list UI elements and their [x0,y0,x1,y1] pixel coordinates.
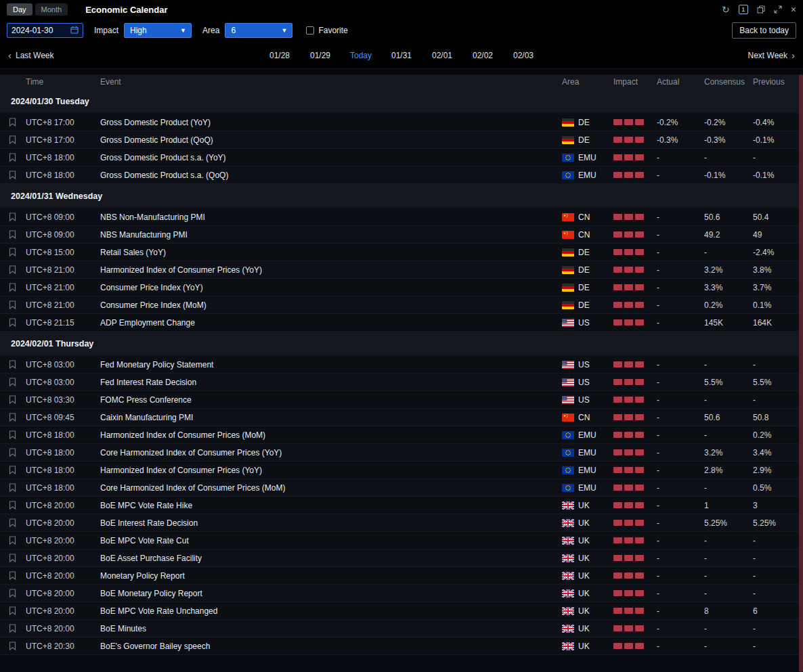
event-name[interactable]: FOMC Press Conference [99,395,561,405]
event-name[interactable]: BoE MPC Vote Rate Unchanged [99,606,561,616]
event-name[interactable]: Consumer Price Index (YoY) [99,283,561,292]
event-name[interactable]: Gross Domestic Product (QoQ) [99,135,561,145]
bookmark-icon[interactable] [0,283,24,292]
event-name[interactable]: Gross Domestic Product s.a. (YoY) [99,153,561,162]
bookmark-icon[interactable] [0,518,24,527]
weeknav-day-0129[interactable]: 01/29 [309,51,332,60]
event-name[interactable]: Harmonized Index of Consumer Prices (YoY… [99,466,561,475]
bookmark-icon[interactable] [0,153,24,162]
weeknav-day-0202[interactable]: 02/02 [471,51,494,60]
expand-icon[interactable] [774,5,782,14]
event-name[interactable]: NBS Manufacturing PMI [99,230,561,240]
event-name[interactable]: BoE Interest Rate Decision [99,518,561,528]
event-name[interactable]: Retail Sales (YoY) [99,248,561,257]
bookmark-icon[interactable] [0,606,24,615]
bookmark-icon[interactable] [0,624,24,633]
bookmark-icon[interactable] [0,642,24,650]
date-picker[interactable]: 2024-01-30 [7,23,83,38]
event-name[interactable]: Fed Interest Rate Decision [99,378,561,387]
tab-month[interactable]: Month [35,3,68,16]
area-select[interactable]: 6 ▼ [225,23,292,38]
bookmark-icon[interactable] [0,230,24,239]
bookmark-icon[interactable] [0,318,24,327]
event-name[interactable]: Caixin Manufacturing PMI [99,413,561,422]
bookmark-icon[interactable] [0,413,24,422]
vertical-scrollbar[interactable] [799,74,803,672]
bookmark-icon[interactable] [0,466,24,474]
bookmark-icon[interactable] [0,448,24,457]
event-name[interactable]: ADP Employment Change [99,318,561,328]
weeknav-day-0201[interactable]: 02/01 [431,51,454,60]
event-row[interactable]: UTC+8 21:15ADP Employment ChangeUS-145K1… [0,314,803,332]
event-row[interactable]: UTC+8 18:00Core Harmonized Index of Cons… [0,479,803,497]
event-row[interactable]: UTC+8 20:30BoE's Governor Bailey speechU… [0,637,803,655]
event-name[interactable]: BoE MPC Vote Rate Cut [99,536,561,545]
event-row[interactable]: UTC+8 03:00Fed Interest Rate DecisionUS-… [0,374,803,391]
event-row[interactable]: UTC+8 20:00Monetary Policy ReportUK--- [0,567,803,585]
bookmark-icon[interactable] [0,118,24,127]
weeknav-day-0203[interactable]: 02/03 [512,51,535,60]
event-row[interactable]: UTC+8 17:00Gross Domestic Product (QoQ)D… [0,131,803,149]
event-name[interactable]: Core Harmonized Index of Consumer Prices… [99,483,561,493]
bookmark-icon[interactable] [0,501,24,510]
layout-count-badge[interactable]: 1 [739,5,748,14]
event-row[interactable]: UTC+8 03:30FOMC Press ConferenceUS--- [0,391,803,409]
bookmark-icon[interactable] [0,135,24,144]
close-icon[interactable]: × [791,5,796,14]
event-name[interactable]: Harmonized Index of Consumer Prices (YoY… [99,265,561,275]
event-row[interactable]: UTC+8 18:00Core Harmonized Index of Cons… [0,444,803,462]
back-to-today-button[interactable]: Back to today [732,22,796,39]
event-row[interactable]: UTC+8 18:00Harmonized Index of Consumer … [0,462,803,479]
event-row[interactable]: UTC+8 20:00BoE MPC Vote Rate UnchangedUK… [0,602,803,620]
refresh-icon[interactable]: ↻ [722,5,730,14]
bookmark-icon[interactable] [0,554,24,562]
weeknav-day-0128[interactable]: 01/28 [268,51,291,60]
next-week-button[interactable]: Next Week › [748,49,795,61]
bookmark-icon[interactable] [0,395,24,404]
event-row[interactable]: UTC+8 18:00Gross Domestic Product s.a. (… [0,149,803,166]
favorite-checkbox[interactable] [306,26,314,35]
event-row[interactable]: UTC+8 09:00NBS Manufacturing PMICN-49.24… [0,226,803,244]
event-row[interactable]: UTC+8 20:00BoE Asset Purchase FacilityUK… [0,550,803,567]
bookmark-icon[interactable] [0,360,24,369]
event-row[interactable]: UTC+8 21:00Consumer Price Index (YoY)DE-… [0,279,803,296]
event-row[interactable]: UTC+8 20:00BoE Interest Rate DecisionUK-… [0,514,803,532]
weeknav-day-today[interactable]: Today [349,51,372,60]
event-name[interactable]: Consumer Price Index (MoM) [99,300,561,310]
event-row[interactable]: UTC+8 20:00BoE MPC Vote Rate HikeUK-13 [0,497,803,514]
event-name[interactable]: Gross Domestic Product (YoY) [99,118,561,127]
event-name[interactable]: BoE Asset Purchase Facility [99,554,561,563]
event-name[interactable]: Core Harmonized Index of Consumer Prices… [99,448,561,457]
event-name[interactable]: Monetary Policy Report [99,571,561,581]
bookmark-icon[interactable] [0,536,24,545]
bookmark-icon[interactable] [0,571,24,580]
bookmark-icon[interactable] [0,589,24,598]
event-row[interactable]: UTC+8 20:00BoE Monetary Policy ReportUK-… [0,585,803,602]
bookmark-icon[interactable] [0,483,24,492]
event-row[interactable]: UTC+8 15:00Retail Sales (YoY)DE---2.4% [0,244,803,261]
tab-day[interactable]: Day [7,3,32,16]
bookmark-icon[interactable] [0,265,24,274]
restore-window-icon[interactable] [757,5,765,14]
event-name[interactable]: Gross Domestic Product s.a. (QoQ) [99,171,561,180]
event-name[interactable]: Fed Monetary Policy Statement [99,360,561,369]
event-row[interactable]: UTC+8 17:00Gross Domestic Product (YoY)D… [0,114,803,131]
event-row[interactable]: UTC+8 09:45Caixin Manufacturing PMICN-50… [0,409,803,426]
event-name[interactable]: BoE Minutes [99,624,561,633]
event-row[interactable]: UTC+8 09:00NBS Non-Manufacturing PMICN-5… [0,208,803,226]
bookmark-icon[interactable] [0,171,24,179]
event-row[interactable]: UTC+8 21:00Harmonized Index of Consumer … [0,261,803,279]
event-name[interactable]: NBS Non-Manufacturing PMI [99,212,561,222]
event-row[interactable]: UTC+8 20:00BoE MinutesUK--- [0,620,803,637]
weeknav-day-0131[interactable]: 01/31 [390,51,413,60]
bookmark-icon[interactable] [0,430,24,439]
event-name[interactable]: Harmonized Index of Consumer Prices (MoM… [99,430,561,440]
event-row[interactable]: UTC+8 18:00Harmonized Index of Consumer … [0,426,803,444]
bookmark-icon[interactable] [0,300,24,309]
favorite-filter[interactable]: Favorite [306,26,347,35]
event-row[interactable]: UTC+8 03:00Fed Monetary Policy Statement… [0,356,803,374]
bookmark-icon[interactable] [0,378,24,386]
event-name[interactable]: BoE MPC Vote Rate Hike [99,501,561,510]
event-row[interactable]: UTC+8 21:00Consumer Price Index (MoM)DE-… [0,296,803,314]
bookmark-icon[interactable] [0,248,24,256]
